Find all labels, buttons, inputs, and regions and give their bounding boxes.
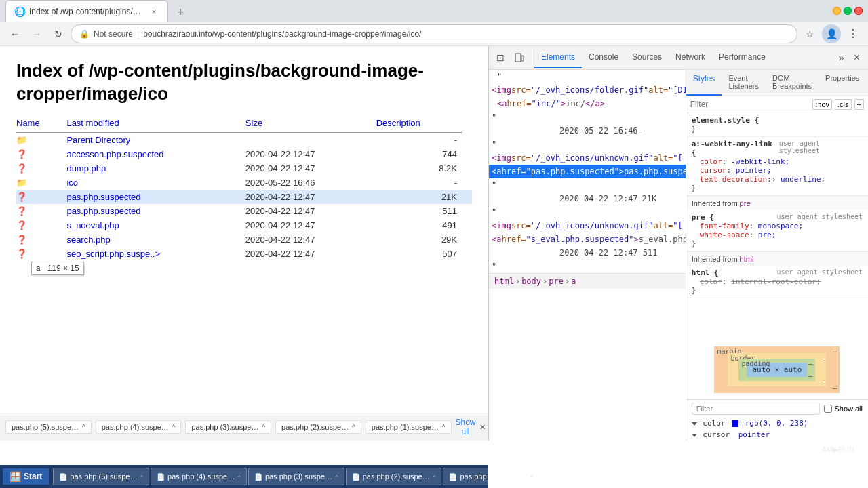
- tree-node[interactable]: <a href="inc/"> inc/ </a>: [489, 97, 686, 110]
- filter-add-button[interactable]: +: [854, 99, 864, 110]
- box-model: margin – border – padding – a: [686, 341, 868, 399]
- file-link[interactable]: accesson.php.suspected: [66, 149, 163, 159]
- file-link[interactable]: pas.php.suspected: [66, 192, 140, 202]
- watermark: AM▶RUN: [822, 445, 854, 454]
- device-toggle-button[interactable]: [511, 49, 528, 66]
- styles-panel: Styles Event Listeners DOM Breakpoints P…: [686, 70, 868, 441]
- minimize-button[interactable]: [833, 7, 841, 15]
- close-window-button[interactable]: [854, 7, 863, 15]
- show-all-label: Show all: [824, 405, 863, 413]
- download-arrow-3[interactable]: ^: [262, 424, 265, 431]
- download-item-5[interactable]: pas.php (1).suspected ^: [366, 420, 452, 434]
- style-rule-webkit: a:-webkit-any-link { user agent styleshe…: [686, 137, 868, 196]
- tree-node[interactable]: ": [489, 110, 686, 124]
- bookmark-button[interactable]: ☆: [800, 24, 819, 43]
- maximize-button[interactable]: [844, 7, 852, 15]
- file-icon: ❓: [16, 192, 27, 202]
- styles-filter-input[interactable]: [690, 100, 813, 109]
- download-item-4[interactable]: pas.php (2).suspected ^: [275, 420, 361, 434]
- inherited-from-html: Inherited from html: [686, 251, 868, 266]
- back-button[interactable]: ←: [5, 24, 24, 43]
- tab-elements[interactable]: Elements: [534, 47, 582, 68]
- desc-column-header[interactable]: Description: [376, 118, 420, 128]
- tree-node[interactable]: ": [489, 178, 686, 192]
- new-tab-button[interactable]: +: [171, 3, 190, 22]
- styles-tab-properties[interactable]: Properties: [818, 70, 866, 96]
- show-all-checkbox[interactable]: [824, 405, 832, 413]
- date-column-header[interactable]: Last modified: [66, 118, 119, 128]
- file-link[interactable]: s_noeval.php: [66, 220, 119, 230]
- address-bar[interactable]: 🔒 Not secure | bouchraziraoui.info/wp-co…: [71, 24, 797, 43]
- tree-node[interactable]: ": [489, 138, 686, 151]
- forward-button[interactable]: →: [27, 24, 46, 43]
- download-item-1[interactable]: pas.php (5).suspected ^: [5, 420, 92, 434]
- tree-node[interactable]: <img src="/_ovh_icons/folder.gif" alt="[…: [489, 83, 686, 97]
- tree-node[interactable]: 2020-04-22 12:47 511: [489, 246, 686, 260]
- taskbar-item-1[interactable]: 📄 pas.php (5).suspected ^: [53, 468, 149, 485]
- tree-node[interactable]: 2020-05-22 16:46 -: [489, 124, 686, 138]
- profile-button[interactable]: 👤: [822, 24, 841, 43]
- file-link[interactable]: search.php: [66, 235, 110, 245]
- table-row: 📁ico2020-05-22 16:46-: [16, 176, 472, 190]
- style-selector-webkit: a:-webkit-any-link {: [692, 140, 779, 157]
- taskbar-item-4[interactable]: 📄 pas.php (2).suspected ^: [346, 468, 442, 485]
- tab-console[interactable]: Console: [582, 47, 625, 68]
- svg-rect-0: [515, 54, 521, 62]
- file-link[interactable]: ico: [66, 178, 78, 188]
- taskbar-item-3[interactable]: 📄 pas.php (3).suspected ^: [248, 468, 344, 485]
- download-filename-1: pas.php (5).suspected: [12, 423, 79, 431]
- devtools-more-button[interactable]: »: [835, 49, 848, 66]
- taskbar-time: 8:47 AM: [540, 468, 560, 485]
- devtools-close-button[interactable]: ×: [848, 49, 865, 66]
- start-button[interactable]: 🪟 Start: [3, 468, 49, 485]
- tab-sources[interactable]: Sources: [625, 47, 669, 68]
- computed-filter-input[interactable]: [692, 403, 821, 415]
- taskbar-item-5[interactable]: 📄 pas.php (1).suspected ^: [443, 468, 539, 485]
- style-rule-html: html { user agent stylesheet color: inte…: [686, 266, 868, 298]
- download-arrow-1[interactable]: ^: [82, 424, 85, 431]
- taskbar-item-2[interactable]: 📄 pas.php (4).suspected ^: [151, 468, 247, 485]
- close-downloads-button[interactable]: ×: [480, 422, 486, 432]
- browser-tab[interactable]: 🌐 Index of /wp-content/plugins/bac... ×: [5, 0, 168, 22]
- file-link[interactable]: dump.php: [66, 163, 106, 174]
- tree-node-selected[interactable]: <a href="pas.php.suspected"> pas.php.sus…: [489, 165, 686, 178]
- tree-node[interactable]: ": [489, 260, 686, 273]
- tree-node[interactable]: ": [489, 205, 686, 219]
- devtools-tabs: Elements Console Sources Network Perform…: [534, 47, 835, 68]
- show-all-button[interactable]: Show all: [456, 418, 476, 436]
- tree-node[interactable]: 2020-04-22 12:47 21K: [489, 192, 686, 205]
- table-row: ❓pas.php.suspected2020-04-22 12:47511: [16, 204, 472, 218]
- breadcrumb-body[interactable]: body: [521, 277, 541, 286]
- size-column-header[interactable]: Size: [245, 118, 262, 128]
- download-arrow-5[interactable]: ^: [442, 424, 446, 431]
- download-arrow-4[interactable]: ^: [352, 424, 355, 431]
- tab-network[interactable]: Network: [669, 47, 712, 68]
- inspect-element-button[interactable]: ⊡: [492, 49, 509, 66]
- breadcrumb-pre[interactable]: pre: [549, 277, 564, 286]
- menu-button[interactable]: ⋮: [844, 24, 863, 43]
- name-column-header[interactable]: Name: [16, 118, 40, 128]
- file-link[interactable]: seo_script.php.suspe..>: [66, 249, 160, 259]
- styles-tab-dom-breakpoints[interactable]: DOM Breakpoints: [766, 70, 818, 96]
- filter-hov-button[interactable]: :hov: [812, 99, 832, 110]
- download-item-3[interactable]: pas.php (3).suspected ^: [185, 420, 271, 434]
- tree-node[interactable]: <img src="/_ovh_icons/unknown.gif" alt="…: [489, 219, 686, 232]
- file-link[interactable]: Parent Directory: [66, 135, 130, 145]
- taskbar-items: 📄 pas.php (5).suspected ^ 📄 pas.php (4).…: [50, 468, 539, 485]
- breadcrumb-html[interactable]: html: [494, 277, 514, 286]
- styles-tab-styles[interactable]: Styles: [686, 70, 722, 96]
- tree-node[interactable]: <a href="s_eval.php.suspected"> s_eval.p…: [489, 232, 686, 246]
- download-item-2[interactable]: pas.php (4).suspected ^: [96, 420, 182, 434]
- tab-close-button[interactable]: ×: [149, 6, 159, 17]
- reload-button[interactable]: ↻: [49, 24, 68, 43]
- tab-performance[interactable]: Performance: [712, 47, 772, 68]
- filter-cls-button[interactable]: .cls: [835, 99, 852, 110]
- security-label: Not secure: [94, 29, 133, 39]
- breadcrumb-a[interactable]: a: [571, 277, 576, 286]
- styles-tab-event-listeners[interactable]: Event Listeners: [722, 70, 766, 96]
- table-row: ❓accesson.php.suspected2020-04-22 12:477…: [16, 147, 472, 161]
- download-arrow-2[interactable]: ^: [172, 424, 176, 431]
- file-link[interactable]: pas.php.suspected: [66, 206, 140, 216]
- tree-node[interactable]: ": [489, 70, 686, 83]
- tree-node[interactable]: <img src="/_ovh_icons/unknown.gif" alt="…: [489, 151, 686, 165]
